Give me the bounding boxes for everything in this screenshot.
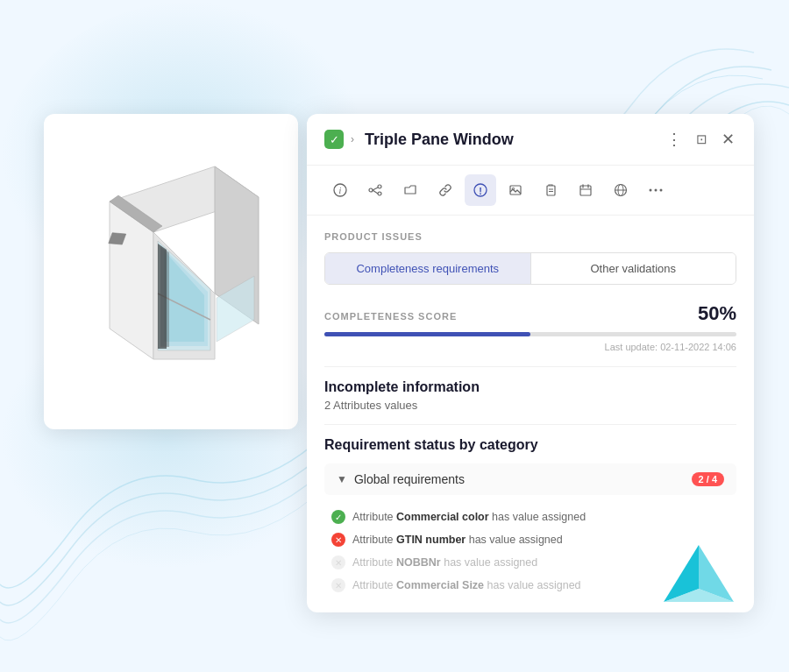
requirement-status-title: Requirement status by category (324, 437, 736, 453)
main-panel: ✓ › Triple Pane Window ⋮ ⊡ ✕ i ! (307, 114, 754, 612)
completeness-score-value: 50% (698, 302, 736, 325)
attr-name-1: Commercial color (396, 511, 489, 523)
toolbar-more-button[interactable] (640, 174, 672, 206)
svg-marker-12 (160, 247, 169, 347)
attribute-item-nobbNr: ✕ Attribute NOBBNr has value assigned (331, 551, 736, 574)
product-title: Triple Pane Window (365, 131, 658, 149)
attr-error-icon: ✕ (331, 533, 345, 547)
toolbar-calendar-button[interactable] (570, 174, 601, 206)
attr-name-2: GTIN number (396, 534, 466, 546)
svg-text:!: ! (479, 186, 482, 196)
attr-disabled-icon-1: ✕ (331, 555, 345, 569)
category-global-requirements[interactable]: ▼ Global requirements 2 / 4 (324, 463, 736, 495)
attr-suffix-1: has value assigned (489, 511, 586, 523)
close-icon[interactable]: ✕ (720, 128, 736, 151)
completeness-score-label: COMPLETENESS SCORE (324, 311, 457, 322)
incomplete-info-section: Incomplete information 2 Attributes valu… (324, 379, 736, 412)
incomplete-info-title: Incomplete information (324, 379, 736, 395)
more-options-icon[interactable]: ⋮ (665, 128, 684, 151)
attr-prefix-2: Attribute (352, 534, 396, 546)
attr-text-4: Attribute Commercial Size has value assi… (352, 579, 581, 591)
svg-point-36 (660, 189, 663, 192)
attribute-item-commercial-color: ✓ Attribute Commercial color has value a… (331, 506, 736, 528)
expand-icon[interactable]: ⊡ (694, 130, 709, 149)
attr-prefix-3: Attribute (352, 556, 396, 569)
svg-point-16 (378, 185, 381, 188)
tab-other-validations[interactable]: Other validations (531, 253, 736, 284)
toolbar-image-button[interactable] (500, 174, 531, 206)
category-badge: 2 / 4 (692, 472, 724, 486)
toolbar-globe-button[interactable] (605, 174, 636, 206)
toolbar-info-button[interactable]: i (324, 174, 356, 206)
svg-point-35 (655, 189, 658, 192)
svg-rect-27 (580, 186, 591, 195)
svg-point-15 (369, 188, 373, 192)
attr-disabled-icon-2: ✕ (331, 578, 345, 592)
tab-completeness-requirements[interactable]: Completeness requirements (325, 253, 531, 284)
toolbar-clipboard-button[interactable] (535, 174, 566, 206)
svg-rect-24 (547, 186, 555, 195)
toolbar-link-button[interactable] (430, 174, 461, 206)
attr-name-3: NOBBNr (396, 556, 441, 569)
completeness-score-section: COMPLETENESS SCORE 50% Last update: 02-1… (324, 302, 736, 352)
category-chevron-icon: ▼ (337, 473, 347, 485)
attr-text-1: Attribute Commercial color has value ass… (352, 511, 586, 523)
attr-success-icon: ✓ (331, 510, 345, 524)
toolbar: i ! (307, 166, 754, 216)
header-chevron-icon[interactable]: › (351, 133, 354, 145)
header-actions: ⋮ ⊡ ✕ (665, 128, 736, 151)
attr-name-4: Commercial Size (396, 579, 484, 591)
toolbar-warning-button[interactable]: ! (465, 174, 496, 206)
svg-point-34 (650, 189, 652, 192)
panel-header: ✓ › Triple Pane Window ⋮ ⊡ ✕ (307, 114, 754, 166)
attr-text-3: Attribute NOBBNr has value assigned (352, 556, 537, 569)
attribute-list: ✓ Attribute Commercial color has value a… (324, 506, 736, 597)
svg-text:i: i (339, 186, 342, 195)
status-check-icon: ✓ (324, 130, 344, 149)
attr-text-2: Attribute GTIN number has value assigned (352, 534, 563, 546)
svg-point-23 (512, 187, 514, 189)
attr-suffix-4: has value assigned (484, 579, 581, 591)
attr-suffix-3: has value assigned (441, 556, 538, 569)
requirement-status-section: Requirement status by category ▼ Global … (324, 437, 736, 597)
divider-1 (324, 366, 736, 367)
product-issues-title: PRODUCT ISSUES (324, 231, 736, 242)
attr-prefix-4: Attribute (352, 579, 396, 591)
svg-point-17 (378, 192, 381, 195)
progress-bar-fill (324, 332, 530, 336)
svg-line-18 (373, 187, 378, 190)
attribute-item-gtin-number: ✕ Attribute GTIN number has value assign… (331, 528, 736, 551)
panel-content: PRODUCT ISSUES Completeness requirements… (307, 216, 754, 612)
issues-tabs: Completeness requirements Other validati… (324, 252, 736, 285)
toolbar-connections-button[interactable] (359, 174, 391, 206)
attr-prefix-1: Attribute (352, 511, 396, 523)
progress-bar-background (324, 332, 736, 336)
toolbar-folder-button[interactable] (394, 174, 426, 206)
attr-suffix-2: has value assigned (466, 534, 563, 546)
divider-2 (324, 424, 736, 425)
svg-line-19 (373, 190, 378, 194)
last-update-text: Last update: 02-11-2022 14:06 (324, 342, 736, 352)
attribute-item-commercial-size: ✕ Attribute Commercial Size has value as… (331, 574, 736, 597)
score-header: COMPLETENESS SCORE 50% (324, 302, 736, 325)
category-name: Global requirements (354, 472, 692, 486)
product-image-card (44, 114, 298, 429)
incomplete-info-subtitle: 2 Attributes values (324, 399, 736, 412)
